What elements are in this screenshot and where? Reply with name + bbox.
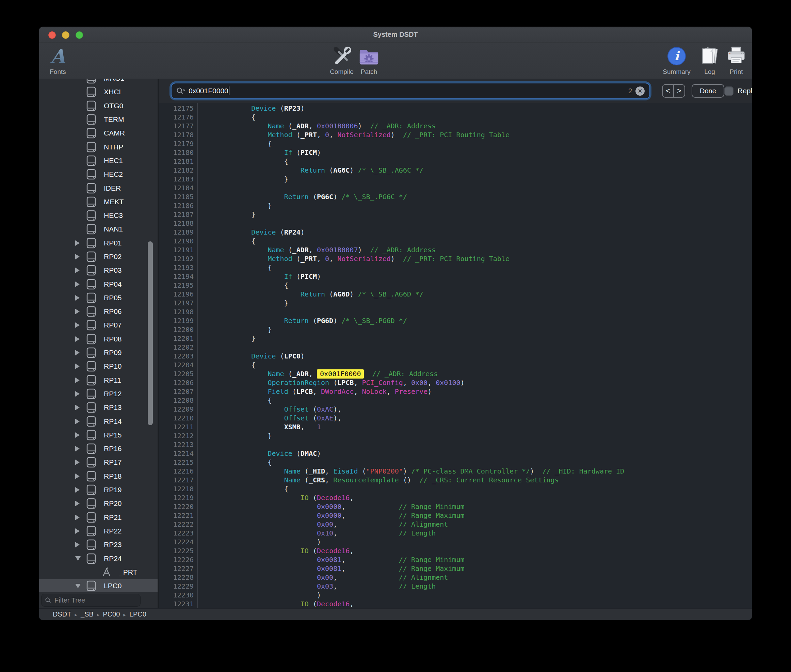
disclosure-right-icon[interactable]: [75, 419, 80, 424]
code-line-12199[interactable]: 12199 Return (PG6D) /* \_SB_.PG6D */: [158, 316, 752, 325]
code-line-12178[interactable]: 12178 Method (_PRT, 0, NotSerialized) //…: [158, 130, 752, 139]
summary-button[interactable]: i Summary: [660, 45, 694, 77]
code-line-12198[interactable]: 12198: [158, 307, 752, 316]
disclosure-right-icon[interactable]: [75, 267, 80, 273]
sidebar-item-rp05[interactable]: RP05: [39, 291, 158, 305]
disclosure-right-icon[interactable]: [75, 295, 80, 301]
code-line-12218[interactable]: 12218 {: [158, 485, 752, 493]
sidebar-item-rp10[interactable]: RP10: [39, 360, 158, 373]
breadcrumb-item-_sb[interactable]: _SB: [81, 610, 94, 618]
disclosure-right-icon[interactable]: [75, 363, 80, 369]
code-line-12208[interactable]: 12208 {: [158, 396, 752, 405]
code-line-12206[interactable]: 12206 OperationRegion (LPCB, PCI_Config,…: [158, 378, 752, 387]
disclosure-right-icon[interactable]: [75, 240, 80, 246]
sidebar-item-mekt[interactable]: MEKT: [39, 195, 158, 209]
disclosure-right-icon[interactable]: [75, 542, 80, 547]
find-next-button[interactable]: >: [674, 85, 684, 97]
log-button[interactable]: Log: [698, 45, 721, 77]
code-line-12180[interactable]: 12180 If (PICM): [158, 148, 752, 157]
code-line-12225[interactable]: 12225 IO (Decode16,: [158, 546, 752, 555]
compile-button[interactable]: Compile: [326, 45, 357, 77]
sidebar-item-hec1[interactable]: HEC1: [39, 154, 158, 168]
code-line-12175[interactable]: 12175 Device (RP23): [158, 104, 752, 113]
disclosure-right-icon[interactable]: [75, 515, 80, 520]
code-line-12224[interactable]: 12224 ): [158, 538, 752, 546]
sidebar-item-_prt[interactable]: _PRT: [39, 565, 158, 579]
disclosure-right-icon[interactable]: [75, 391, 80, 397]
code-line-12184[interactable]: 12184: [158, 184, 752, 192]
code-line-12176[interactable]: 12176 {: [158, 113, 752, 122]
code-line-12183[interactable]: 12183 }: [158, 174, 752, 184]
code-line-12220[interactable]: 12220 0x0000, // Range Minimum: [158, 502, 752, 511]
breadcrumb-item-dsdt[interactable]: DSDT: [53, 610, 71, 618]
disclosure-right-icon[interactable]: [75, 378, 80, 383]
code-line-12209[interactable]: 12209 Offset (0xAC),: [158, 405, 752, 414]
clear-search-button[interactable]: ✕: [636, 86, 645, 96]
disclosure-down-icon[interactable]: [75, 556, 81, 561]
code-line-12196[interactable]: 12196 Return (AG6D) /* \_SB_.AG6D */: [158, 290, 752, 299]
sidebar-item-rp13[interactable]: RP13: [39, 401, 158, 414]
sidebar-item-hec3[interactable]: HEC3: [39, 209, 158, 222]
sidebar-item-rp12[interactable]: RP12: [39, 387, 158, 401]
code-line-12203[interactable]: 12203 Device (LPC0): [158, 352, 752, 360]
disclosure-right-icon[interactable]: [75, 282, 80, 287]
code-line-12211[interactable]: 12211 XSMB, 1: [158, 422, 752, 431]
replace-checkbox[interactable]: [724, 86, 733, 96]
code-line-12200[interactable]: 12200 }: [158, 325, 752, 334]
code-line-12219[interactable]: 12219 IO (Decode16,: [158, 493, 752, 502]
code-line-12195[interactable]: 12195 {: [158, 281, 752, 290]
search-input[interactable]: 0x001F0000 2 ✕: [171, 83, 650, 99]
code-editor[interactable]: 12175 Device (RP23)12176 {12177 Name (_A…: [158, 103, 752, 608]
sidebar-item-rp17[interactable]: RP17: [39, 456, 158, 469]
find-previous-button[interactable]: <: [663, 85, 674, 97]
code-line-12221[interactable]: 12221 0x0000, // Range Maximum: [158, 511, 752, 520]
code-line-12222[interactable]: 12222 0x00, // Alignment: [158, 520, 752, 529]
sidebar-item-xhci[interactable]: XHCI: [39, 85, 158, 99]
sidebar-item-rp16[interactable]: RP16: [39, 442, 158, 456]
code-line-12185[interactable]: 12185 Return (PG6C) /* \_SB_.PG6C */: [158, 192, 752, 201]
code-line-12197[interactable]: 12197 }: [158, 299, 752, 307]
print-button[interactable]: Print: [724, 45, 748, 77]
sidebar-item-rp09[interactable]: RP09: [39, 346, 158, 360]
code-line-12181[interactable]: 12181 {: [158, 157, 752, 166]
disclosure-right-icon[interactable]: [75, 528, 80, 534]
titlebar[interactable]: System DSDT: [39, 27, 752, 43]
breadcrumb-item-pc00[interactable]: PC00: [103, 610, 120, 618]
code-line-12188[interactable]: 12188: [158, 219, 752, 228]
filter-tree-input[interactable]: [54, 596, 137, 605]
code-line-12216[interactable]: 12216 Name (_HID, EisaId ("PNP0200") /* …: [158, 467, 752, 475]
code-line-12182[interactable]: 12182 Return (AG6C) /* \_SB_.AG6C */: [158, 166, 752, 174]
disclosure-down-icon[interactable]: [75, 584, 81, 588]
disclosure-right-icon[interactable]: [75, 322, 80, 328]
sidebar-item-ider[interactable]: IDER: [39, 181, 158, 195]
code-line-12212[interactable]: 12212 }: [158, 431, 752, 440]
sidebar-item-camr[interactable]: CAMR: [39, 126, 158, 140]
disclosure-right-icon[interactable]: [75, 254, 80, 259]
disclosure-right-icon[interactable]: [75, 474, 80, 479]
code-line-12226[interactable]: 12226 0x0081, // Range Minimum: [158, 555, 752, 564]
disclosure-right-icon[interactable]: [75, 336, 80, 342]
sidebar-item-rp07[interactable]: RP07: [39, 318, 158, 332]
sidebar-item-rp14[interactable]: RP14: [39, 414, 158, 428]
code-line-12210[interactable]: 12210 Offset (0xAE),: [158, 414, 752, 422]
disclosure-right-icon[interactable]: [75, 487, 80, 493]
code-line-12189[interactable]: 12189 Device (RP24): [158, 228, 752, 237]
code-line-12186[interactable]: 12186 }: [158, 201, 752, 210]
code-line-12202[interactable]: 12202: [158, 343, 752, 352]
code-line-12217[interactable]: 12217 Name (_CRS, ResourceTemplate () //…: [158, 475, 752, 485]
breadcrumb-item-lpc0[interactable]: LPC0: [129, 610, 146, 618]
code-line-12177[interactable]: 12177 Name (_ADR, 0x001B0006) // _ADR: A…: [158, 122, 752, 130]
sidebar-item-lpc0[interactable]: LPC0: [39, 579, 158, 592]
filter-tree-field[interactable]: [41, 594, 141, 606]
sidebar-item-rp11[interactable]: RP11: [39, 373, 158, 387]
fonts-button[interactable]: A Fonts: [43, 45, 73, 77]
patch-button[interactable]: Patch: [356, 45, 382, 77]
disclosure-right-icon[interactable]: [75, 309, 80, 314]
sidebar-item-nthp[interactable]: NTHP: [39, 140, 158, 154]
sidebar-item-rp22[interactable]: RP22: [39, 524, 158, 538]
sidebar-item-rp01[interactable]: RP01: [39, 236, 158, 250]
code-line-12204[interactable]: 12204 {: [158, 360, 752, 370]
sidebar-item-rp04[interactable]: RP04: [39, 277, 158, 291]
disclosure-right-icon[interactable]: [75, 350, 80, 355]
code-line-12207[interactable]: 12207 Field (LPCB, DWordAcc, NoLock, Pre…: [158, 387, 752, 396]
